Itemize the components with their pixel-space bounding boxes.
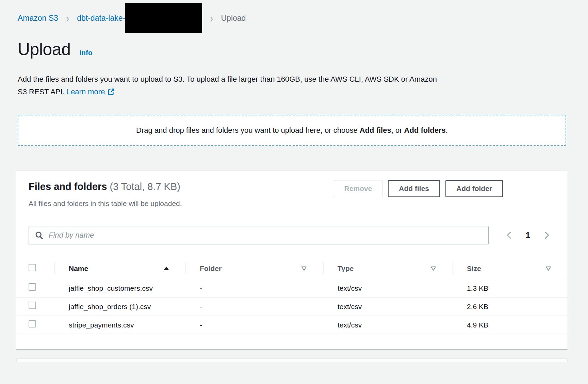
file-size-cell: 4.9 KB [453,319,568,331]
panel-heading-block: Files and folders (3 Total, 8.7 KB) All … [29,180,182,208]
sort-ascending-icon [164,267,169,270]
table-row: jaffle_shop_orders (1).csv - text/csv 2.… [16,298,568,316]
files-and-folders-panel: Files and folders (3 Total, 8.7 KB) All … [16,171,568,349]
add-folder-button[interactable]: Add folder [445,180,503,197]
select-all-cell [16,264,54,273]
file-size-cell: 1.3 KB [453,283,568,294]
column-header-size[interactable]: Size [453,258,568,279]
file-name-cell: jaffle_shop_orders (1).csv [54,301,185,312]
column-header-folder[interactable]: Folder [185,258,323,279]
file-type-cell: text/csv [323,283,453,294]
files-table: Name Folder Type Size jaffle_sh [16,258,568,349]
current-page-number[interactable]: 1 [526,230,530,240]
learn-more-link[interactable]: Learn more [67,87,105,96]
previous-page-icon[interactable] [507,231,511,239]
filter-down-triangle-icon [545,265,551,273]
row-checkbox[interactable] [29,283,36,291]
file-name-cell: stripe_payments.csv [54,319,185,331]
file-folder-cell: - [185,283,323,294]
pagination: 1 [507,230,549,240]
next-panel-top-edge [16,358,568,362]
row-checkbox[interactable] [29,320,36,327]
panel-count: (3 Total, 8.7 KB) [110,181,180,192]
file-type-cell: text/csv [323,301,453,312]
redacted-bucket-name [125,3,202,33]
page-title: Upload [18,39,70,59]
file-name-cell: jaffle_shop_customers.csv [54,283,185,294]
dropzone-text: Drag and drop files and folders you want… [136,126,448,135]
drag-and-drop-zone[interactable]: Drag and drop files and folders you want… [18,115,566,146]
table-header-row: Name Folder Type Size [16,258,568,279]
row-checkbox[interactable] [29,302,36,309]
filter-down-triangle-icon [301,265,307,273]
breadcrumb: Amazon S3 › dbt-data-lake- › Upload [0,0,588,36]
column-header-type[interactable]: Type [323,258,453,279]
search-icon [35,231,43,239]
remove-button[interactable]: Remove [334,180,383,197]
file-size-cell: 2.6 KB [453,301,568,312]
search-input[interactable] [48,230,482,240]
file-folder-cell: - [185,319,323,331]
file-folder-cell: - [185,301,323,312]
panel-subtitle: All files and folders in this table will… [29,199,182,208]
chevron-right-icon: › [66,12,69,24]
next-page-icon[interactable] [544,231,549,239]
filter-down-triangle-icon [430,265,436,273]
external-link-icon [108,86,115,99]
description-line-1: Add the files and folders you want to up… [18,75,437,83]
panel-title: Files and folders (3 Total, 8.7 KB) [29,180,182,193]
page-description: Add the files and folders you want to up… [18,73,588,99]
breadcrumb-link-bucket[interactable]: dbt-data-lake- [77,14,125,23]
file-type-cell: text/csv [323,319,453,331]
column-header-name[interactable]: Name [54,258,185,279]
breadcrumb-link-amazon-s3[interactable]: Amazon S3 [18,14,58,23]
info-link[interactable]: Info [79,49,92,57]
chevron-right-icon: › [210,12,213,24]
breadcrumb-current-upload: Upload [221,14,246,23]
search-box [29,226,489,244]
table-row: stripe_payments.csv - text/csv 4.9 KB [16,316,568,334]
select-all-checkbox[interactable] [29,264,36,271]
add-files-button[interactable]: Add files [388,180,440,197]
description-line-2: S3 REST API. [18,87,67,96]
table-row: jaffle_shop_customers.csv - text/csv 1.3… [16,279,568,298]
